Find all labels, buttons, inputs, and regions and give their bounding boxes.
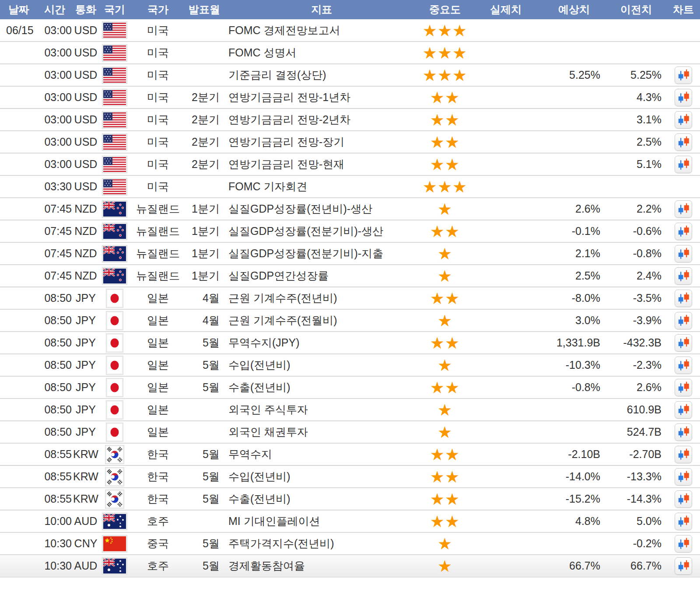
chart-cell <box>667 19 700 42</box>
actual-cell <box>469 532 542 555</box>
table-row[interactable]: 08:50 JPY 일본 외국인 주식투자 ★ 610.9B <box>0 399 700 421</box>
col-header-date: 날짜 <box>0 0 38 19</box>
chart-button[interactable] <box>675 557 692 575</box>
country-cell: 미국 <box>130 131 186 153</box>
flag-cell <box>100 242 130 265</box>
chart-button[interactable] <box>675 490 692 508</box>
table-row[interactable]: 10:30 CNY 중국 5월 주택가격지수(전년비) ★ -0.2% <box>0 532 700 555</box>
previous-cell: -13.3% <box>606 465 667 488</box>
date-cell <box>0 532 38 555</box>
chart-cell <box>667 175 700 198</box>
chart-button[interactable] <box>675 111 692 129</box>
chart-button[interactable] <box>675 89 692 106</box>
chart-button[interactable] <box>675 200 692 218</box>
importance-star-icon: ★ <box>438 313 452 329</box>
importance-star-icon: ★ <box>430 290 445 307</box>
indicator-cell: 수입(전년비) <box>222 465 421 488</box>
chart-button[interactable] <box>675 423 692 441</box>
importance-cell: ★★ <box>421 443 469 465</box>
table-row[interactable]: 08:50 JPY 일본 4월 근원 기계수주(전년비) ★★ -8.0% -3… <box>0 287 700 309</box>
indicator-cell: 실질GDP성장률(전분기비)-지출 <box>222 242 421 265</box>
chart-cell <box>667 332 700 354</box>
actual-cell <box>469 175 542 198</box>
flag-cell <box>100 42 130 64</box>
indicator-cell: 수입(전년비) <box>222 354 421 376</box>
importance-star-icon: ★ <box>438 23 452 39</box>
chart-button[interactable] <box>675 290 692 307</box>
time-cell: 08:50 <box>38 287 72 309</box>
candlestick-chart-icon <box>676 492 691 507</box>
actual-cell <box>469 220 542 242</box>
chart-button[interactable] <box>675 401 692 419</box>
chart-button[interactable] <box>675 66 692 84</box>
chart-button[interactable] <box>675 133 692 151</box>
chart-button[interactable] <box>675 468 692 486</box>
importance-cell: ★ <box>421 354 469 376</box>
chart-button[interactable] <box>675 312 692 329</box>
table-row[interactable]: 08:50 JPY 일본 5월 무역수지(JPY) ★★ 1,331.9B -4… <box>0 332 700 354</box>
forecast-cell: 1,331.9B <box>542 332 606 354</box>
forecast-cell: 2.6% <box>542 198 606 220</box>
importance-cell: ★★ <box>421 510 469 532</box>
table-row[interactable]: 07:45 NZD 뉴질랜드 1분기 실질GDP연간성장률 ★ 2.5% 2.4… <box>0 265 700 287</box>
table-row[interactable]: 03:00 USD 미국 2분기 연방기금금리 전망-2년차 ★★ 3.1% <box>0 108 700 131</box>
currency-cell: NZD <box>72 265 100 287</box>
table-row[interactable]: 07:45 NZD 뉴질랜드 1분기 실질GDP성장률(전분기비)-생산 ★★ … <box>0 220 700 242</box>
us-flag-icon <box>102 111 127 129</box>
table-row[interactable]: 03:00 USD 미국 2분기 연방기금금리 전망-현재 ★★ 5.1% <box>0 153 700 175</box>
chart-button[interactable] <box>675 357 692 374</box>
previous-cell: -432.3B <box>606 332 667 354</box>
importance-star-icon: ★ <box>445 491 460 507</box>
previous-cell <box>606 42 667 64</box>
release-month-cell: 5월 <box>186 532 222 555</box>
nz-flag-icon <box>102 245 127 262</box>
importance-cell: ★ <box>421 242 469 265</box>
chart-button[interactable] <box>675 446 692 463</box>
release-month-cell: 4월 <box>186 309 222 332</box>
table-row[interactable]: 03:30 USD 미국 FOMC 기자회견 ★★★ <box>0 175 700 198</box>
chart-button[interactable] <box>675 156 692 173</box>
col-header-flag: 국기 <box>100 0 130 19</box>
table-row[interactable]: 08:50 JPY 일본 5월 수입(전년비) ★ -10.3% -2.3% <box>0 354 700 376</box>
table-row[interactable]: 08:55 KRW 한국 5월 무역수지 ★★ -2.10B -2.70B <box>0 443 700 465</box>
actual-cell <box>469 131 542 153</box>
indicator-cell: 외국인 채권투자 <box>222 421 421 443</box>
chart-cell <box>667 153 700 175</box>
chart-button[interactable] <box>675 334 692 352</box>
chart-button[interactable] <box>675 513 692 530</box>
chart-button[interactable] <box>675 379 692 396</box>
flag-cell <box>100 354 130 376</box>
table-row[interactable]: 08:50 JPY 일본 외국인 채권투자 ★ 524.7B <box>0 421 700 443</box>
table-row[interactable]: 03:00 USD 미국 기준금리 결정(상단) ★★★ 5.25% 5.25% <box>0 64 700 86</box>
candlestick-chart-icon <box>676 358 691 373</box>
table-row[interactable]: 10:00 AUD 호주 MI 기대인플레이션 ★★ 4.8% 5.0% <box>0 510 700 532</box>
importance-star-icon: ★ <box>445 290 460 307</box>
flag-cell <box>100 153 130 175</box>
table-row[interactable]: 08:50 JPY 일본 5월 수출(전년비) ★★ -0.8% 2.6% <box>0 376 700 399</box>
table-row[interactable]: 07:45 NZD 뉴질랜드 1분기 실질GDP성장률(전년비)-생산 ★ 2.… <box>0 198 700 220</box>
table-row[interactable]: 06/15 03:00 USD 미국 FOMC 경제전망보고서 ★★★ <box>0 19 700 42</box>
actual-cell <box>469 198 542 220</box>
table-row[interactable]: 03:00 USD 미국 2분기 연방기금금리 전망-1년차 ★★ 4.3% <box>0 86 700 108</box>
importance-cell: ★★ <box>421 332 469 354</box>
col-header-chart: 차트 <box>667 0 700 19</box>
chart-button[interactable] <box>675 223 692 240</box>
chart-button[interactable] <box>675 267 692 285</box>
indicator-cell: 근원 기계수주(전월비) <box>222 309 421 332</box>
table-row[interactable]: 08:50 JPY 일본 4월 근원 기계수주(전월비) ★ 3.0% -3.9… <box>0 309 700 332</box>
importance-star-icon: ★ <box>452 67 467 84</box>
table-row[interactable]: 03:00 USD 미국 FOMC 성명서 ★★★ <box>0 42 700 64</box>
table-row[interactable]: 03:00 USD 미국 2분기 연방기금금리 전망-장기 ★★ 2.5% <box>0 131 700 153</box>
table-row[interactable]: 08:55 KRW 한국 5월 수입(전년비) ★★ -14.0% -13.3% <box>0 465 700 488</box>
us-flag-icon <box>102 21 127 39</box>
table-row[interactable]: 10:30 AUD 호주 5월 경제활동참여율 ★ 66.7% 66.7% <box>0 555 700 577</box>
chart-button[interactable] <box>675 535 692 553</box>
importance-star-icon: ★ <box>423 45 438 61</box>
time-cell: 03:00 <box>38 42 72 64</box>
country-cell: 미국 <box>130 42 186 64</box>
chart-button[interactable] <box>675 245 692 262</box>
table-row[interactable]: 08:55 KRW 한국 5월 수출(전년비) ★★ -15.2% -14.3% <box>0 488 700 510</box>
chart-cell <box>667 376 700 399</box>
table-row[interactable]: 07:45 NZD 뉴질랜드 1분기 실질GDP성장률(전분기비)-지출 ★ 2… <box>0 242 700 265</box>
date-cell <box>0 510 38 532</box>
